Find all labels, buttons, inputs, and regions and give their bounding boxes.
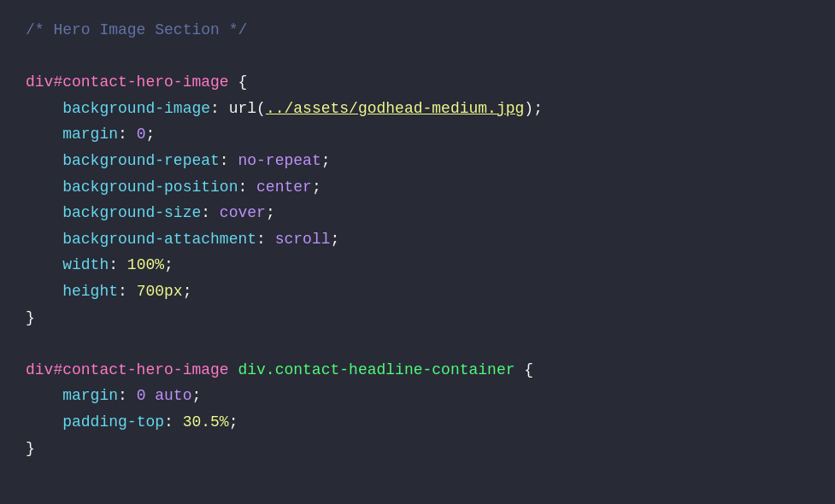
semicolon: ;	[533, 96, 543, 122]
property: width	[62, 252, 109, 278]
code-line: margin: 0;	[26, 121, 809, 148]
value-number: 30.5%	[183, 409, 229, 436]
value-keyword: cover	[220, 200, 266, 226]
code-line: background-repeat: no-repeat;	[26, 148, 809, 174]
code-line: div#contact-hero-image {	[26, 69, 809, 96]
colon: :	[164, 409, 183, 436]
property: background-position	[62, 174, 238, 201]
code-line: }	[26, 436, 809, 462]
indent	[26, 252, 62, 278]
value-keyword: center	[256, 174, 312, 201]
code-line: background-size: cover;	[26, 200, 809, 226]
indent	[26, 96, 62, 122]
code-line: padding-top: 30.5%;	[26, 409, 809, 436]
code-line: width: 100%;	[26, 252, 809, 278]
value-number: 700px	[137, 278, 183, 305]
property: height	[62, 278, 118, 305]
code-line: height: 700px;	[26, 278, 809, 305]
property: margin	[62, 121, 118, 148]
url-path: ../assets/godhead-medium.jpg	[266, 96, 524, 122]
semicolon: ;	[330, 226, 339, 253]
semicolon: ;	[145, 121, 155, 148]
code-line: background-position: center;	[26, 174, 809, 201]
colon: :	[118, 121, 137, 148]
code-line: background-image: url(../assets/godhead-…	[26, 96, 809, 122]
brace-open: {	[515, 357, 534, 384]
property: background-image	[62, 96, 210, 122]
brace-open: {	[229, 69, 248, 96]
semicolon: ;	[229, 409, 238, 436]
colon: :	[210, 96, 229, 122]
url-func: url(	[229, 96, 266, 122]
code-line: }	[26, 305, 809, 331]
colon: :	[256, 226, 275, 253]
value-zero: 0	[137, 383, 146, 409]
colon: :	[118, 278, 137, 305]
space	[145, 383, 155, 409]
blank-line	[26, 44, 809, 70]
brace-close: }	[26, 305, 35, 331]
property: background-attachment	[62, 226, 256, 253]
indent	[26, 121, 62, 148]
colon: :	[201, 200, 220, 226]
semicolon: ;	[321, 148, 331, 174]
selector-class: div.contact-headline-container	[238, 357, 515, 384]
indent	[26, 200, 62, 226]
colon: :	[118, 383, 137, 409]
value-number: 100%	[127, 252, 164, 278]
semicolon: ;	[191, 383, 201, 409]
selector-id: div#contact-hero-image	[26, 69, 229, 96]
code-line: /* Hero Image Section */	[26, 17, 809, 44]
comment-text: /* Hero Image Section */	[26, 17, 247, 44]
selector-id: div#contact-hero-image	[26, 357, 229, 384]
semicolon: ;	[312, 174, 321, 201]
code-line: div#contact-hero-image div.contact-headl…	[26, 357, 809, 384]
value-keyword: scroll	[275, 226, 331, 253]
space	[229, 357, 238, 384]
indent	[26, 409, 62, 436]
property: padding-top	[62, 409, 164, 436]
semicolon: ;	[266, 200, 275, 226]
brace-close: }	[26, 436, 35, 462]
property: margin	[62, 383, 118, 409]
colon: :	[109, 252, 127, 278]
semicolon: ;	[164, 252, 173, 278]
code-editor: /* Hero Image Section */ div#contact-her…	[26, 17, 809, 487]
colon: :	[238, 174, 256, 201]
property: background-size	[62, 200, 201, 226]
indent	[26, 226, 62, 253]
url-close: )	[524, 96, 533, 122]
semicolon: ;	[183, 278, 192, 305]
indent	[26, 148, 62, 174]
code-line: background-attachment: scroll;	[26, 226, 809, 253]
code-line: margin: 0 auto;	[26, 383, 809, 409]
value-auto: auto	[155, 383, 191, 409]
blank-line	[26, 331, 809, 357]
property: background-repeat	[62, 148, 220, 174]
indent	[26, 383, 62, 409]
indent	[26, 174, 62, 201]
colon: :	[220, 148, 238, 174]
indent	[26, 278, 62, 305]
value-zero: 0	[137, 121, 146, 148]
value-keyword: no-repeat	[238, 148, 320, 174]
